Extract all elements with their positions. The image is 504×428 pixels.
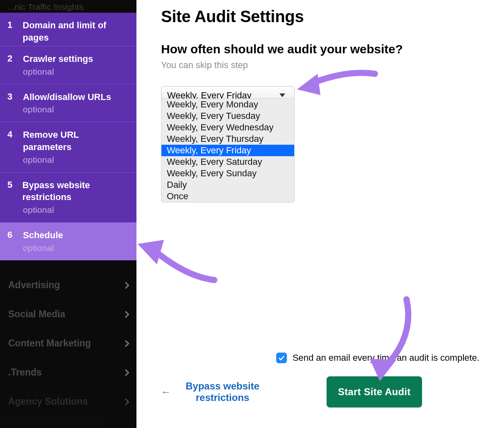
step-number: 3 [7, 91, 13, 103]
option-once[interactable]: Once [161, 191, 294, 202]
start-site-audit-button[interactable]: Start Site Audit [327, 376, 422, 408]
step-title: Bypass website restrictions [23, 179, 129, 203]
chevron-right-icon [123, 282, 129, 289]
menu-label: Agency Solutions [8, 396, 88, 407]
step-number: 4 [7, 129, 13, 141]
schedule-options-list[interactable]: Weekly, Every Monday Weekly, Every Tuesd… [161, 98, 295, 203]
step-title: Remove URL parameters [23, 129, 129, 153]
back-label: Bypass website restrictions [186, 380, 259, 403]
step-optional-label: optional [23, 155, 129, 165]
step-number: 1 [7, 19, 13, 31]
step-optional-label: optional [23, 105, 129, 114]
footer: Send an email every time an audit is com… [161, 353, 504, 408]
step-optional-label: optional [23, 205, 129, 215]
check-icon [278, 354, 285, 362]
menu-label: Social Media [8, 309, 65, 320]
step-number: 2 [7, 53, 13, 65]
menu-label: Advertising [8, 280, 60, 291]
chevron-right-icon [123, 340, 129, 347]
nav-row: ← Bypass website restrictions Start Site… [161, 376, 504, 408]
sidebar: ...nic Traffic Insights 1 Domain and lim… [0, 0, 136, 428]
step-schedule[interactable]: 6 Schedule optional [0, 223, 136, 260]
option-thursday[interactable]: Weekly, Every Thursday [161, 133, 294, 145]
chevron-right-icon [123, 369, 129, 376]
wizard-steps: 1 Domain and limit of pages 2 Crawler se… [0, 13, 136, 260]
step-crawler-settings[interactable]: 2 Crawler settings optional [0, 46, 136, 84]
menu-trends[interactable]: .Trends [0, 358, 136, 387]
chevron-right-icon [123, 311, 129, 318]
step-title: Allow/disallow URLs [23, 91, 111, 103]
option-friday[interactable]: Weekly, Every Friday [161, 145, 294, 156]
chevron-right-icon [123, 398, 129, 405]
page-title: Site Audit Settings [161, 7, 504, 26]
step-optional-label: optional [23, 67, 129, 77]
schedule-question: How often should we audit your website? [161, 42, 504, 56]
option-tuesday[interactable]: Weekly, Every Tuesday [161, 110, 294, 122]
sidebar-menu: Advertising Social Media Content Marketi… [0, 271, 136, 416]
option-saturday[interactable]: Weekly, Every Saturday [161, 156, 294, 168]
arrow-left-icon: ← [161, 386, 171, 398]
skip-subtitle: You can skip this step [161, 60, 504, 71]
step-allow-disallow-urls[interactable]: 3 Allow/disallow URLs optional [0, 84, 136, 123]
email-label: Send an email every time an audit is com… [293, 353, 479, 363]
menu-advertising[interactable]: Advertising [0, 271, 136, 300]
option-monday[interactable]: Weekly, Every Monday [161, 99, 294, 110]
menu-social-media[interactable]: Social Media [0, 300, 136, 329]
menu-content-marketing[interactable]: Content Marketing [0, 329, 136, 358]
step-number: 6 [7, 229, 13, 241]
menu-label: Content Marketing [8, 338, 91, 349]
step-title: Crawler settings [23, 53, 93, 65]
option-wednesday[interactable]: Weekly, Every Wednesday [161, 122, 294, 133]
step-title: Domain and limit of pages [23, 19, 129, 43]
step-domain-limit[interactable]: 1 Domain and limit of pages [0, 13, 136, 46]
step-bypass-restrictions[interactable]: 5 Bypass website restrictions optional [0, 173, 136, 223]
menu-agency-solutions[interactable]: Agency Solutions [0, 387, 136, 416]
step-remove-url-parameters[interactable]: 4 Remove URL parameters optional [0, 122, 136, 172]
chevron-down-icon [279, 93, 285, 97]
email-checkbox[interactable] [276, 353, 287, 363]
option-sunday[interactable]: Weekly, Every Sunday [161, 168, 294, 179]
step-number: 5 [7, 179, 13, 191]
option-daily[interactable]: Daily [161, 179, 294, 191]
menu-label: .Trends [8, 367, 42, 378]
email-row: Send an email every time an audit is com… [161, 353, 504, 363]
step-optional-label: optional [23, 243, 129, 253]
back-button[interactable]: ← Bypass website restrictions [161, 380, 259, 403]
step-title: Schedule [23, 229, 63, 241]
